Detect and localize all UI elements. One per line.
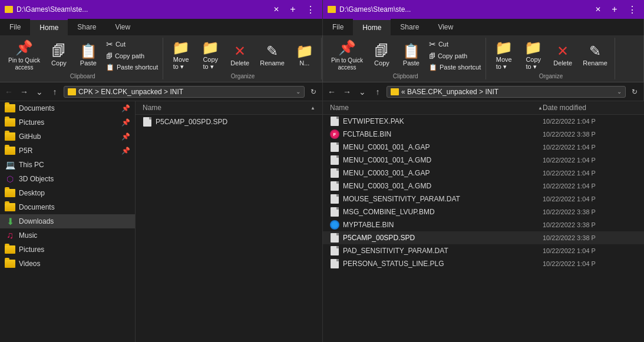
left-up-btn[interactable]: ↑: [48, 85, 61, 98]
right-file-item-10[interactable]: PAD_SENSITIVITY_PARAM.DAT 10/22/2022 1:0…: [323, 244, 644, 257]
right-file-name-7: MSG_COMBINE_LVUP.BMD: [343, 208, 539, 216]
right-address-path[interactable]: « BASE.CPK_unpacked > INIT ⌄: [387, 86, 626, 98]
sidebar-item-documents[interactable]: Documents 📌: [0, 101, 135, 115]
right-file-list-header: Name ▲ Date modified: [323, 101, 644, 115]
right-copy-to-btn[interactable]: 📁 Copyto ▾: [519, 38, 547, 73]
right-clipboard-group: 📌 Pin to Quickaccess 🗐 Copy 📋 Paste ✂ Cu…: [325, 38, 486, 79]
left-new-folder-btn[interactable]: 📁 N...: [290, 38, 319, 73]
right-file-item-7[interactable]: MSG_COMBINE_LVUP.BMD 10/22/2022 3:38 P: [323, 205, 644, 218]
right-file-item-6[interactable]: MOUSE_SENSITIVITY_PARAM.DAT 10/22/2022 1…: [323, 192, 644, 205]
right-pin-quick-access-btn[interactable]: 📌 Pin to Quickaccess: [328, 38, 366, 73]
sidebar-label-documents: Documents: [19, 104, 55, 112]
right-move-label: Moveto ▾: [496, 56, 512, 71]
right-expand-btn[interactable]: ⌄: [356, 85, 369, 98]
right-paste-shortcut-btn[interactable]: 📋 Paste shortcut: [427, 62, 483, 72]
sidebar-item-desktop[interactable]: Desktop: [0, 186, 135, 200]
right-new-tab-btn[interactable]: +: [607, 2, 622, 16]
right-cut-btn[interactable]: ✂ Cut: [427, 38, 483, 50]
right-file-item-2[interactable]: MENU_C0001_001_A.GAP 10/22/2022 1:04 P: [323, 141, 644, 154]
left-tab-file[interactable]: File: [0, 19, 30, 35]
sidebar-item-3d-objects[interactable]: ⬡ 3D Objects: [0, 172, 135, 186]
left-copy-btn[interactable]: 🗐 Copy: [45, 38, 73, 73]
right-close-btn[interactable]: ✕: [592, 4, 604, 15]
left-expand-btn[interactable]: ⌄: [33, 85, 46, 98]
sidebar-item-music[interactable]: ♫ Music: [0, 228, 135, 243]
right-tab-file[interactable]: File: [323, 19, 353, 35]
right-file-item-11[interactable]: PERSONA_STATUS_LINE.PLG 10/22/2022 1:04 …: [323, 257, 644, 270]
left-copy-to-btn[interactable]: 📁 Copyto ▾: [196, 38, 224, 73]
right-more-btn[interactable]: ⋮: [625, 2, 639, 16]
right-file-item-5[interactable]: MENU_C0003_001_A.GMD 10/22/2022 1:04 P: [323, 180, 644, 192]
left-copy-path-btn[interactable]: 🗐 Copy path: [104, 51, 160, 61]
right-tab-view[interactable]: View: [428, 19, 463, 35]
right-sort-indicator: ▲: [538, 105, 543, 111]
left-col-name-header[interactable]: Name: [143, 104, 311, 112]
right-file-item-9[interactable]: P5CAMP_00SPD.SPD 10/22/2022 3:38 P: [323, 231, 644, 244]
sidebar-label-p5r: P5R: [19, 147, 32, 155]
left-paste-btn[interactable]: 📋 Paste: [74, 38, 103, 73]
left-title-folder-icon: [5, 6, 13, 13]
right-clipboard-label: Clipboard: [393, 73, 418, 81]
right-move-icon: 📁: [495, 41, 513, 55]
sidebar-item-github[interactable]: GitHub 📌: [0, 130, 135, 144]
right-file-item-3[interactable]: MENU_C0001_001_A.GMD 10/22/2022 1:04 P: [323, 154, 644, 167]
right-up-btn[interactable]: ↑: [371, 85, 384, 98]
right-forward-btn[interactable]: →: [341, 85, 354, 98]
left-file-item-0[interactable]: P5CAMP_00SPD.SPD: [136, 115, 322, 129]
left-delete-btn[interactable]: ✕ Delete: [226, 38, 254, 73]
right-paste-btn[interactable]: 📋 Paste: [397, 38, 425, 73]
left-cut-btn[interactable]: ✂ Cut: [104, 38, 160, 50]
right-address-bar: ← → ⌄ ↑ « BASE.CPK_unpacked > INIT ⌄ ↻: [323, 82, 644, 101]
right-file-icon-1: F: [330, 130, 339, 139]
right-col-date-header[interactable]: Date modified: [543, 104, 637, 112]
music-icon: ♫: [5, 231, 15, 240]
sidebar-item-documents2[interactable]: Documents: [0, 200, 135, 214]
right-col-name-header[interactable]: Name: [330, 104, 536, 112]
left-refresh-btn[interactable]: ↻: [307, 85, 320, 98]
right-back-btn[interactable]: ←: [325, 85, 338, 98]
right-move-to-btn[interactable]: 📁 Moveto ▾: [490, 38, 518, 73]
left-back-btn[interactable]: ←: [2, 85, 15, 98]
left-more-btn[interactable]: ⋮: [303, 2, 318, 16]
sidebar-item-videos[interactable]: Videos: [0, 257, 135, 271]
right-delete-btn[interactable]: ✕ Delete: [549, 38, 577, 73]
right-file-name-1: FCLTABLE.BIN: [343, 130, 539, 138]
left-close-btn[interactable]: ✕: [270, 4, 282, 15]
3d-objects-icon: ⬡: [5, 174, 15, 184]
left-move-to-btn[interactable]: 📁 Moveto ▾: [167, 38, 195, 73]
right-tab-home[interactable]: Home: [353, 19, 391, 35]
left-delete-label: Delete: [230, 59, 249, 67]
sidebar-label-music: Music: [19, 231, 37, 240]
left-new-tab-btn[interactable]: +: [286, 2, 300, 16]
right-file-date-10: 10/22/2022 1:04 P: [543, 247, 637, 254]
right-file-date-6: 10/22/2022 1:04 P: [543, 195, 637, 202]
right-file-item-8[interactable]: MYPTABLE.BIN 10/22/2022 3:38 P: [323, 218, 644, 231]
sidebar-label-pictures2: Pictures: [19, 245, 44, 254]
left-pin-quick-access-btn[interactable]: 📌 Pin to Quickaccess: [5, 38, 44, 73]
left-address-path[interactable]: CPK > EN.CPK_unpacked > INIT ⌄: [64, 86, 305, 98]
right-title-bar: D:\Games\Steam\ste... ✕ + ⋮: [323, 0, 644, 19]
desktop-icon: [5, 188, 15, 198]
right-file-item-0[interactable]: EVTWIPETEX.PAK 10/22/2022 1:04 P: [323, 115, 644, 128]
right-panel: Name ▲ Date modified EVTWIPETEX.PAK 10/2…: [323, 101, 644, 342]
sidebar-item-p5r[interactable]: P5R 📌: [0, 144, 135, 158]
sidebar-item-downloads[interactable]: ⬇ Downloads: [0, 214, 135, 228]
left-paste-shortcut-btn[interactable]: 📋 Paste shortcut: [104, 62, 160, 72]
sidebar-item-pictures[interactable]: Pictures 📌: [0, 115, 135, 130]
right-tab-share[interactable]: Share: [391, 19, 428, 35]
left-forward-btn[interactable]: →: [18, 85, 31, 98]
right-file-item-1[interactable]: F FCLTABLE.BIN 10/22/2022 3:38 P: [323, 128, 644, 141]
left-title-bar: D:\Games\Steam\ste... ✕ + ⋮: [0, 0, 323, 19]
left-tab-home[interactable]: Home: [30, 19, 68, 35]
left-tab-view[interactable]: View: [105, 19, 140, 35]
right-refresh-btn[interactable]: ↻: [628, 85, 641, 98]
sidebar-item-this-pc[interactable]: 💻 This PC: [0, 158, 135, 172]
right-copy-path-btn[interactable]: 🗐 Copy path: [427, 51, 483, 61]
left-tab-share[interactable]: Share: [68, 19, 105, 35]
right-copy-btn[interactable]: 🗐 Copy: [368, 38, 396, 73]
left-rename-btn[interactable]: ✎ Rename: [255, 38, 289, 73]
right-rename-icon: ✎: [589, 44, 601, 58]
sidebar-item-pictures2[interactable]: Pictures: [0, 243, 135, 257]
right-file-item-4[interactable]: MENU_C0003_001_A.GAP 10/22/2022 1:04 P: [323, 167, 644, 180]
right-rename-btn[interactable]: ✎ Rename: [578, 38, 612, 73]
